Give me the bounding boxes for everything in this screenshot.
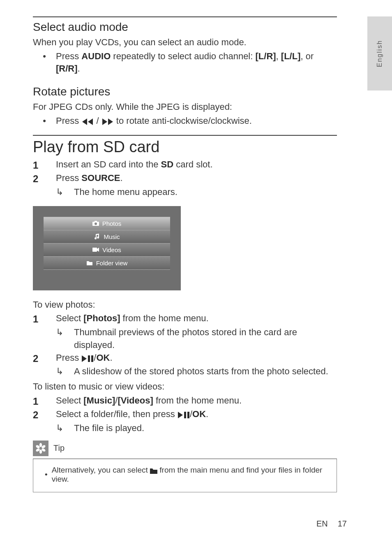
- footer-lang: EN: [316, 519, 328, 529]
- heading-audio-mode: Select audio mode: [33, 21, 337, 34]
- audio-bullet: • Press AUDIO repeatedly to select audio…: [33, 50, 337, 76]
- menu-item-folder: Folder view: [44, 257, 170, 270]
- svg-rect-6: [184, 412, 186, 418]
- tip-header: Tip: [33, 441, 337, 456]
- photos-step-2: 2 Press /OK.: [33, 352, 337, 366]
- svg-point-8: [39, 443, 42, 447]
- bullet-icon: •: [33, 50, 56, 76]
- bullet-icon: •: [45, 470, 48, 479]
- folder-icon: [150, 468, 157, 474]
- language-label: English: [376, 40, 383, 67]
- music-intro: To listen to music or view videos:: [33, 380, 337, 393]
- result-arrow-icon: ↳: [56, 422, 74, 435]
- page-content: Select audio mode When you play VCDs, yo…: [33, 16, 337, 492]
- sd-step-1: 1 Insert an SD card into the SD card slo…: [33, 158, 337, 172]
- language-tab: English: [367, 16, 392, 90]
- video-icon: [92, 248, 99, 252]
- footer-page-number: 17: [338, 519, 347, 529]
- photos-step-2-result: ↳ A slideshow of the stored photos start…: [33, 365, 337, 378]
- sd-step-2-result: ↳ The home menu appears.: [33, 186, 337, 199]
- rotate-bullet: • Press / to rotate anti-clockwise/clock…: [33, 115, 337, 128]
- photos-step-1: 1 Select [Photos] from the home menu.: [33, 312, 337, 326]
- menu-item-photos: Photos: [44, 217, 170, 230]
- result-arrow-icon: ↳: [56, 365, 74, 378]
- result-arrow-icon: ↳: [56, 186, 74, 199]
- rewind-icon: [81, 118, 94, 125]
- menu-item-music: Music: [44, 230, 170, 244]
- svg-rect-1: [95, 221, 97, 222]
- photos-step-1-result: ↳ Thumbnail previews of the photos store…: [33, 326, 337, 352]
- result-arrow-icon: ↳: [56, 326, 74, 352]
- folder-icon: [86, 261, 93, 265]
- forward-icon: [101, 118, 114, 125]
- tip-box: • Alternatively, you can select from the…: [33, 459, 337, 492]
- tip-label: Tip: [53, 443, 65, 453]
- heading-sd: Play from SD card: [33, 138, 337, 156]
- svg-rect-7: [187, 412, 189, 418]
- home-menu-screenshot: Photos Music Videos Folder view: [33, 206, 181, 290]
- svg-rect-3: [92, 248, 97, 252]
- photos-intro: To view photos:: [33, 299, 337, 311]
- heading-rotate: Rotate pictures: [33, 85, 337, 98]
- rotate-intro: For JPEG CDs only. While the JPEG is dis…: [33, 101, 337, 113]
- svg-rect-5: [91, 355, 93, 362]
- sd-step-2: 2 Press SOURCE.: [33, 172, 337, 186]
- play-pause-icon: [81, 355, 94, 362]
- music-step-2-result: ↳ The file is played.: [33, 422, 337, 435]
- music-step-1: 1 Select [Music]/[Videos] from the home …: [33, 394, 337, 408]
- audio-intro: When you play VCDs, you can select an au…: [33, 36, 337, 49]
- svg-rect-4: [88, 355, 90, 362]
- svg-point-9: [39, 450, 42, 454]
- music-note-icon: [94, 234, 100, 239]
- camera-icon: [92, 221, 99, 226]
- bullet-icon: •: [33, 115, 56, 128]
- svg-point-2: [95, 223, 97, 225]
- tip-asterisk-icon: [33, 441, 48, 456]
- music-step-2: 2 Select a folder/file, then press /OK.: [33, 408, 337, 422]
- menu-item-videos: Videos: [44, 244, 170, 257]
- page-footer: EN 17: [316, 519, 347, 529]
- play-pause-icon: [178, 412, 190, 418]
